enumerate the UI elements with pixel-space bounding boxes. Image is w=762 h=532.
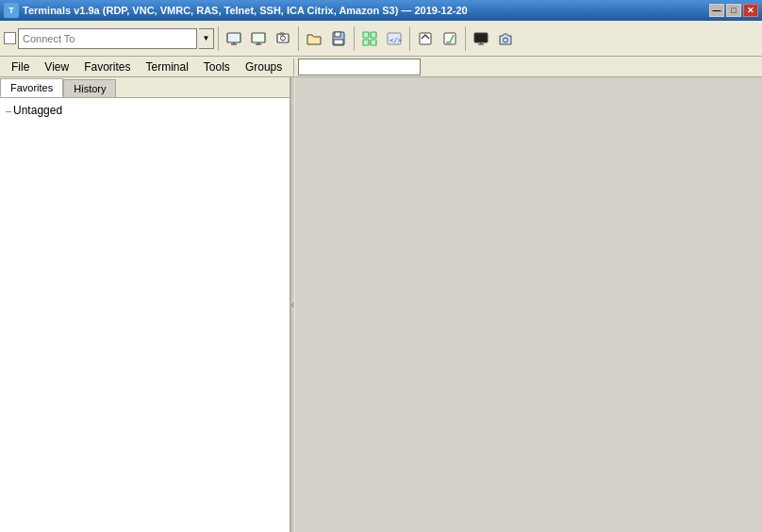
svg-rect-3 <box>252 33 265 42</box>
svg-text:</>: </> <box>389 37 402 44</box>
menu-terminal[interactable]: Terminal <box>139 57 196 77</box>
search-input[interactable] <box>298 58 421 75</box>
toolbar-separator-5 <box>465 26 466 51</box>
menu-file[interactable]: File <box>4 57 37 77</box>
minimize-button[interactable]: — <box>709 4 724 17</box>
new-rdp-button[interactable] <box>223 27 245 50</box>
open-connection-button[interactable] <box>414 27 437 50</box>
close-button[interactable]: ✕ <box>743 4 758 17</box>
svg-rect-10 <box>335 32 340 37</box>
svg-rect-12 <box>363 32 369 38</box>
menu-view[interactable]: View <box>37 57 76 77</box>
options-button[interactable] <box>439 27 461 50</box>
capture-button[interactable] <box>494 27 517 50</box>
connect-checkbox[interactable] <box>4 32 16 44</box>
save-button[interactable] <box>327 27 350 50</box>
menu-groups[interactable]: Groups <box>238 57 290 77</box>
toolbar-separator-3 <box>354 26 355 51</box>
toolbar: ▼ <box>0 21 762 57</box>
svg-rect-13 <box>371 32 376 38</box>
connect-button[interactable] <box>358 27 381 50</box>
svg-rect-15 <box>371 40 376 45</box>
tab-bar: Favorites History <box>0 77 290 98</box>
screenshot-button[interactable] <box>272 27 294 50</box>
svg-rect-20 <box>474 33 488 42</box>
right-panel <box>295 77 762 532</box>
tab-history[interactable]: History <box>63 79 116 97</box>
menu-tools[interactable]: Tools <box>196 57 238 77</box>
svg-rect-11 <box>334 40 343 44</box>
tree-label-untagged: Untagged <box>13 104 62 117</box>
main-content: Favorites History — Untagged ‹ <box>0 77 762 532</box>
connect-dropdown-button[interactable]: ▼ <box>199 28 214 49</box>
splitter-icon: ‹ <box>291 298 295 311</box>
connect-to-input[interactable] <box>18 28 197 49</box>
code-view-button[interactable]: </> <box>383 27 406 50</box>
app-icon: T <box>4 3 19 18</box>
tree-expander-untagged: — <box>6 106 11 116</box>
toolbar-separator-2 <box>298 26 299 51</box>
toolbar-separator-1 <box>218 26 219 51</box>
svg-rect-8 <box>280 33 284 35</box>
open-button[interactable] <box>303 27 325 50</box>
svg-rect-14 <box>363 40 369 45</box>
toolbar-separator-4 <box>409 26 410 51</box>
left-panel: Favorites History — Untagged <box>0 77 290 532</box>
title-bar: T Terminals v1.9a (RDP, VNC, VMRC, RAS, … <box>0 0 762 21</box>
new-vnc-button[interactable] <box>247 27 270 50</box>
connect-area: ▼ <box>4 28 214 49</box>
window-title: Terminals v1.9a (RDP, VNC, VMRC, RAS, Te… <box>23 5 468 16</box>
svg-rect-0 <box>227 33 240 42</box>
tree-item-untagged[interactable]: — Untagged <box>4 102 286 119</box>
menu-separator <box>293 58 294 75</box>
favorites-tree: — Untagged <box>0 98 290 532</box>
menu-favorites[interactable]: Favorites <box>76 57 138 77</box>
monitor-button[interactable] <box>470 27 492 50</box>
tab-favorites[interactable]: Favorites <box>0 78 63 97</box>
maximize-button[interactable]: □ <box>726 4 741 17</box>
menu-bar: File View Favorites Terminal Tools Group… <box>0 57 762 77</box>
